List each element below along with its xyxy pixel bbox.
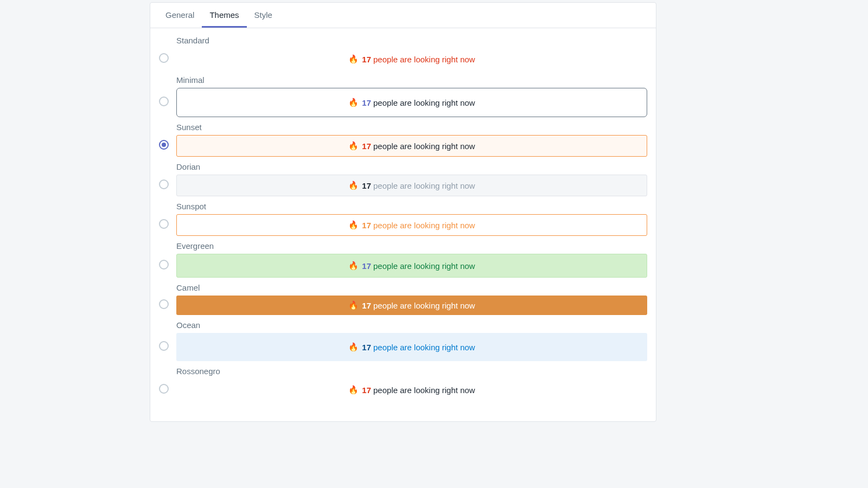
theme-block: Ocean🔥17people are looking right now <box>176 320 647 361</box>
theme-row-ocean: Ocean🔥17people are looking right now <box>159 320 647 361</box>
radio-cell <box>159 87 176 106</box>
theme-row-camel: Camel🔥17people are looking right now <box>159 283 647 315</box>
tab-style[interactable]: Style <box>247 3 280 28</box>
viewer-message: people are looking right now <box>373 301 475 310</box>
fire-icon: 🔥 <box>348 342 359 352</box>
radio-cell <box>159 43 176 63</box>
fire-icon: 🔥 <box>348 385 359 395</box>
theme-row-sunset: Sunset🔥17people are looking right now <box>159 123 647 157</box>
viewer-message: people are looking right now <box>373 221 475 230</box>
theme-row-dorian: Dorian🔥17people are looking right now <box>159 162 647 196</box>
theme-block: Dorian🔥17people are looking right now <box>176 162 647 196</box>
theme-block: Sunspot🔥17people are looking right now <box>176 202 647 236</box>
theme-label: Evergreen <box>176 241 647 251</box>
radio-cell <box>159 290 176 309</box>
fire-icon: 🔥 <box>348 54 359 64</box>
theme-row-minimal: Minimal🔥17people are looking right now <box>159 75 647 117</box>
themes-list: Standard🔥17people are looking right nowM… <box>150 28 656 421</box>
theme-label: Dorian <box>176 162 647 171</box>
theme-radio-standard[interactable] <box>159 53 169 63</box>
viewer-message: people are looking right now <box>373 181 475 190</box>
theme-block: Rossonegro🔥17people are looking right no… <box>176 367 647 401</box>
theme-block: Camel🔥17people are looking right now <box>176 283 647 315</box>
theme-radio-evergreen[interactable] <box>159 260 169 269</box>
fire-icon: 🔥 <box>348 181 359 190</box>
theme-label: Minimal <box>176 75 647 85</box>
tab-general[interactable]: General <box>158 3 202 28</box>
radio-cell <box>159 209 176 229</box>
theme-block: Standard🔥17people are looking right now <box>176 36 647 70</box>
viewer-message: people are looking right now <box>373 142 475 151</box>
theme-preview-minimal[interactable]: 🔥17people are looking right now <box>176 88 647 117</box>
fire-icon: 🔥 <box>348 98 359 107</box>
theme-block: Sunset🔥17people are looking right now <box>176 123 647 157</box>
theme-block: Minimal🔥17people are looking right now <box>176 75 647 117</box>
viewer-count: 17 <box>362 142 371 151</box>
theme-row-rossonegro: Rossonegro🔥17people are looking right no… <box>159 367 647 401</box>
viewer-count: 17 <box>362 301 371 310</box>
viewer-count: 17 <box>362 261 371 271</box>
theme-label: Standard <box>176 36 647 45</box>
viewer-count: 17 <box>362 181 371 190</box>
radio-cell <box>159 170 176 189</box>
viewer-count: 17 <box>362 343 371 352</box>
viewer-count: 17 <box>362 55 371 64</box>
fire-icon: 🔥 <box>348 141 359 151</box>
theme-row-sunspot: Sunspot🔥17people are looking right now <box>159 202 647 236</box>
viewer-message: people are looking right now <box>373 55 475 64</box>
radio-cell <box>159 374 176 394</box>
tabs: GeneralThemesStyle <box>150 3 656 28</box>
theme-label: Sunset <box>176 123 647 132</box>
radio-cell <box>159 250 176 269</box>
viewer-count: 17 <box>362 221 371 230</box>
theme-row-standard: Standard🔥17people are looking right now <box>159 36 647 70</box>
theme-label: Rossonegro <box>176 367 647 376</box>
fire-icon: 🔥 <box>348 261 359 271</box>
theme-row-evergreen: Evergreen🔥17people are looking right now <box>159 241 647 278</box>
radio-cell <box>159 130 176 150</box>
theme-preview-sunset[interactable]: 🔥17people are looking right now <box>176 135 647 157</box>
tab-themes[interactable]: Themes <box>202 3 246 28</box>
theme-radio-camel[interactable] <box>159 299 169 309</box>
theme-radio-minimal[interactable] <box>159 97 169 106</box>
viewer-count: 17 <box>362 386 371 395</box>
viewer-message: people are looking right now <box>373 386 475 395</box>
theme-preview-standard[interactable]: 🔥17people are looking right now <box>176 48 647 70</box>
theme-preview-evergreen[interactable]: 🔥17people are looking right now <box>176 254 647 278</box>
theme-preview-ocean[interactable]: 🔥17people are looking right now <box>176 333 647 361</box>
settings-card: GeneralThemesStyle Standard🔥17people are… <box>150 2 656 422</box>
theme-preview-dorian[interactable]: 🔥17people are looking right now <box>176 175 647 196</box>
theme-radio-ocean[interactable] <box>159 341 169 351</box>
theme-label: Ocean <box>176 320 647 330</box>
theme-label: Camel <box>176 283 647 292</box>
theme-preview-rossonegro[interactable]: 🔥17people are looking right now <box>176 379 647 401</box>
viewer-message: people are looking right now <box>373 343 475 352</box>
theme-block: Evergreen🔥17people are looking right now <box>176 241 647 278</box>
theme-radio-rossonegro[interactable] <box>159 384 169 394</box>
theme-preview-sunspot[interactable]: 🔥17people are looking right now <box>176 214 647 236</box>
theme-preview-camel[interactable]: 🔥17people are looking right now <box>176 296 647 315</box>
radio-cell <box>159 331 176 351</box>
viewer-message: people are looking right now <box>373 98 475 107</box>
theme-radio-sunset[interactable] <box>159 140 169 150</box>
fire-icon: 🔥 <box>348 300 359 310</box>
theme-radio-sunspot[interactable] <box>159 219 169 229</box>
viewer-count: 17 <box>362 98 371 107</box>
fire-icon: 🔥 <box>348 220 359 230</box>
theme-label: Sunspot <box>176 202 647 211</box>
theme-radio-dorian[interactable] <box>159 179 169 189</box>
viewer-message: people are looking right now <box>373 261 475 271</box>
